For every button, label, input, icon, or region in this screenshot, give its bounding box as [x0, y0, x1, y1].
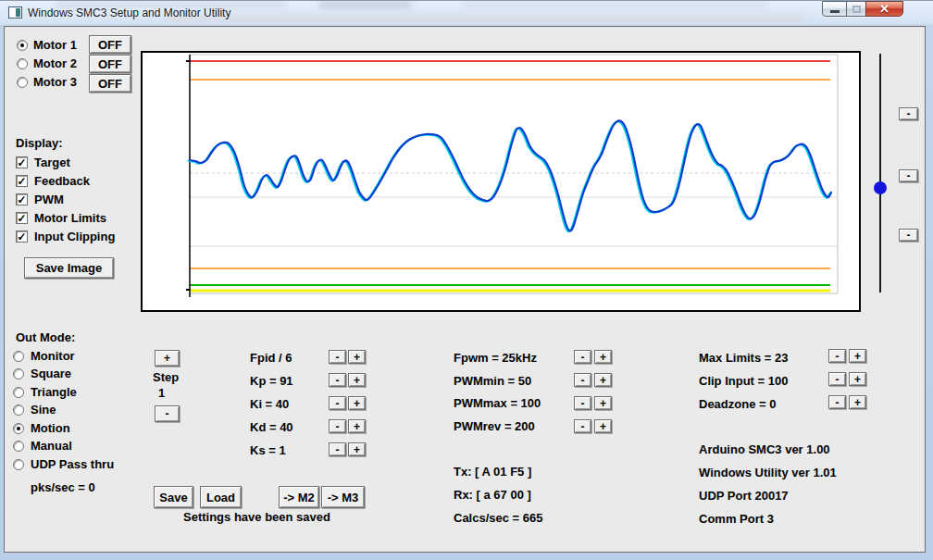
maxlimits-minus-button[interactable]: -: [828, 349, 846, 363]
info-windows-ver: Windows Utility ver 1.01: [699, 466, 837, 479]
label-monitor: Monitor: [31, 349, 75, 363]
glass-smudge: [167, 14, 805, 22]
pwmmax-minus-button[interactable]: -: [574, 396, 591, 410]
pid-label-fpid: Fpid / 6: [250, 351, 292, 365]
out-mode-heading: Out Mode:: [16, 330, 75, 344]
radio-triangle[interactable]: [13, 387, 24, 398]
clipinput-minus-button[interactable]: -: [828, 372, 846, 386]
application-window: Windows SMC3 Setup and Monitor Utility ✕…: [0, 0, 933, 560]
radio-sine[interactable]: [13, 404, 24, 416]
pwmrev-plus-button[interactable]: +: [594, 419, 612, 433]
status-message: Settings have been saved: [183, 510, 330, 524]
pwmmax-plus-button[interactable]: +: [594, 396, 612, 410]
checkbox-motor-limits[interactable]: ✓: [16, 212, 28, 224]
save-button[interactable]: Save: [154, 486, 193, 508]
checkbox-pwm[interactable]: ✓: [16, 193, 28, 205]
slider-thumb[interactable]: [874, 181, 887, 194]
pid-label-ki: Ki = 40: [250, 397, 289, 411]
maximize-icon: [852, 6, 861, 13]
radio-motor-3[interactable]: [17, 77, 28, 88]
slider-button-middle[interactable]: -: [899, 169, 918, 182]
kd-minus-button[interactable]: -: [329, 419, 346, 433]
slider-button-bottom[interactable]: -: [899, 229, 918, 242]
pwm-label-pwmrev: PWMrev = 200: [454, 419, 535, 433]
glass-smudge: [463, 1, 768, 6]
slider-track[interactable]: [879, 54, 881, 292]
checkbox-target[interactable]: ✓: [16, 156, 28, 168]
minimize-icon: [830, 10, 840, 13]
save-image-button[interactable]: Save Image: [24, 257, 114, 279]
radio-motor-1[interactable]: [17, 40, 28, 51]
label-input-clipping: Input Clipping: [34, 230, 115, 243]
pwm-label-fpwm: Fpwm = 25kHz: [454, 351, 537, 365]
fpwm-minus-button[interactable]: -: [574, 350, 591, 364]
motor-3-off-button[interactable]: OFF: [89, 74, 131, 93]
maxlimits-plus-button[interactable]: +: [849, 349, 866, 363]
limits-label-max: Max Limits = 23: [699, 351, 788, 365]
fpid-minus-button[interactable]: -: [329, 350, 346, 364]
ki-minus-button[interactable]: -: [329, 396, 346, 410]
label-udp-pass-thru: UDP Pass thru: [31, 457, 114, 471]
maximize-button[interactable]: [846, 1, 866, 17]
close-icon: ✕: [879, 2, 889, 16]
pks-per-sec: pks/sec = 0: [31, 480, 95, 494]
kd-plus-button[interactable]: +: [348, 419, 366, 433]
radio-motor-2[interactable]: [17, 58, 28, 69]
radio-motion[interactable]: [13, 423, 24, 434]
pid-label-kd: Kd = 40: [250, 420, 293, 434]
label-triangle: Triangle: [31, 385, 77, 399]
to-m2-button[interactable]: -> M2: [279, 486, 319, 508]
slider-button-top[interactable]: -: [899, 107, 918, 120]
pwmmin-plus-button[interactable]: +: [594, 373, 612, 387]
radio-manual[interactable]: [13, 441, 24, 452]
fpid-plus-button[interactable]: +: [348, 350, 366, 364]
clipinput-plus-button[interactable]: +: [849, 372, 866, 386]
pid-label-ks: Ks = 1: [250, 443, 286, 457]
radio-square[interactable]: [13, 368, 24, 380]
pwmrev-minus-button[interactable]: -: [574, 419, 591, 433]
load-button[interactable]: Load: [200, 486, 242, 508]
limits-label-clip: Clip Input = 100: [699, 374, 788, 388]
pwmmin-minus-button[interactable]: -: [574, 373, 591, 387]
to-m3-button[interactable]: -> M3: [321, 486, 365, 508]
checkbox-feedback[interactable]: ✓: [16, 175, 28, 187]
step-plus-button[interactable]: +: [155, 350, 180, 367]
checkbox-input-clipping[interactable]: ✓: [16, 230, 28, 243]
minimize-button[interactable]: [822, 1, 847, 17]
label-motor-limits: Motor Limits: [34, 211, 106, 225]
pwm-label-pwmmin: PWMmin = 50: [454, 374, 531, 388]
oscilloscope-chart: [141, 51, 861, 312]
label-target: Target: [34, 156, 70, 169]
radio-udp-pass-thru[interactable]: [13, 459, 24, 470]
info-comm-port: Comm Port 3: [699, 512, 774, 526]
calcs-readout: Calcs/sec = 665: [454, 511, 543, 525]
kp-minus-button[interactable]: -: [329, 373, 346, 387]
title-bar[interactable]: Windows SMC3 Setup and Monitor Utility ✕: [0, 0, 933, 26]
motor-2-off-button[interactable]: OFF: [89, 55, 131, 73]
label-square: Square: [31, 367, 71, 380]
fpwm-plus-button[interactable]: +: [594, 350, 612, 364]
deadzone-minus-button[interactable]: -: [828, 395, 846, 409]
pid-label-kp: Kp = 91: [250, 374, 293, 388]
ki-plus-button[interactable]: +: [348, 396, 366, 410]
deadzone-plus-button[interactable]: +: [849, 395, 866, 409]
glass-smudge: [319, 1, 412, 8]
label-motor-1: Motor 1: [33, 38, 77, 52]
close-button[interactable]: ✕: [865, 1, 903, 17]
radio-monitor[interactable]: [13, 351, 24, 362]
label-motor-2: Motor 2: [33, 56, 77, 70]
step-minus-button[interactable]: -: [155, 405, 180, 422]
step-value: 1: [158, 386, 165, 400]
motor-1-off-button[interactable]: OFF: [89, 35, 131, 54]
window-title: Windows SMC3 Setup and Monitor Utility: [28, 6, 230, 19]
display-heading: Display:: [16, 136, 63, 150]
step-label: Step: [153, 370, 179, 384]
ks-minus-button[interactable]: -: [329, 442, 346, 456]
info-arduino-ver: Arduino SMC3 ver 1.00: [699, 442, 830, 456]
pwm-label-pwmmax: PWMmax = 100: [454, 396, 541, 410]
app-icon: [8, 6, 22, 19]
ks-plus-button[interactable]: +: [348, 442, 366, 456]
limits-label-deadzone: Deadzone = 0: [699, 397, 776, 411]
kp-plus-button[interactable]: +: [348, 373, 366, 387]
label-sine: Sine: [31, 403, 56, 417]
